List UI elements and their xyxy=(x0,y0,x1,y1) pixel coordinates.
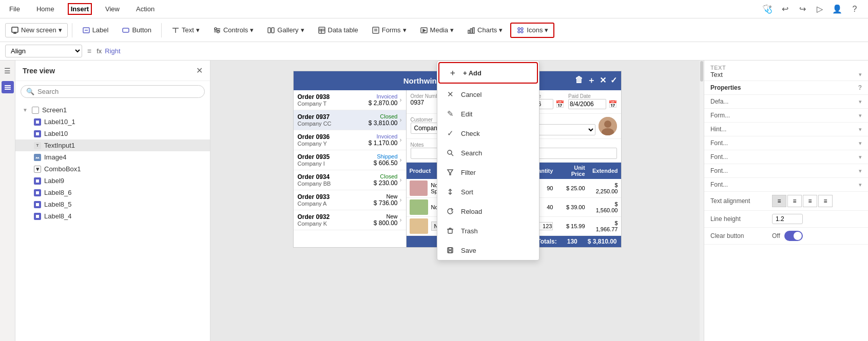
reload-icon-item[interactable]: Reload xyxy=(437,202,539,221)
order-item-0936[interactable]: Order 0936 Company Y Invoiced $ 1,170.00… xyxy=(294,130,406,150)
button-button[interactable]: Button xyxy=(116,23,157,37)
sidebar-layers-icon[interactable] xyxy=(2,81,14,93)
gallery-button[interactable]: Gallery ▾ xyxy=(261,23,310,37)
svg-point-36 xyxy=(604,121,611,128)
prop-font3-row: Font... ▾ xyxy=(704,164,868,178)
help-icon[interactable]: ? xyxy=(847,2,862,16)
label-icon-2 xyxy=(34,130,41,137)
menu-view[interactable]: View xyxy=(102,3,123,15)
tree-item-label10[interactable]: Label10 xyxy=(15,128,210,139)
new-screen-button[interactable]: New screen ▾ xyxy=(5,23,68,37)
align-left-button[interactable]: ≡ xyxy=(772,195,786,207)
align-right-button[interactable]: ≡ xyxy=(803,195,817,207)
tree-search-input[interactable] xyxy=(37,88,199,95)
text-alignment-label: Text alignment xyxy=(710,197,772,205)
menu-insert[interactable]: Insert xyxy=(68,3,92,15)
prop-font2-label: Font... xyxy=(710,153,772,161)
tree-item-image4[interactable]: Image4 xyxy=(15,151,210,163)
line-height-row: Line height xyxy=(704,211,868,228)
order-item-0933[interactable]: Order 0933 Company A New $ 736.00 › xyxy=(294,190,406,210)
add-icon-button[interactable]: ＋ + Add xyxy=(438,62,538,84)
cancel-icon-item[interactable]: ✕ Cancel xyxy=(437,85,539,104)
label-button[interactable]: Label xyxy=(76,23,114,37)
tree-items: ▼ Screen1 Label10_1 Label10 T TextInput1 xyxy=(15,102,210,341)
text-align-buttons: ≡ ≡ ≡ ≡ xyxy=(772,195,833,207)
order-item-0938[interactable]: Order 0938 Company T Invoiced $ 2,870.00… xyxy=(294,90,406,110)
total-ext: $ 3,810.00 xyxy=(588,238,617,245)
data-table-button[interactable]: Data table xyxy=(312,23,364,37)
formula-bar: Align = fx Right xyxy=(0,42,868,61)
svg-rect-25 xyxy=(471,29,472,33)
undo-icon[interactable]: ↩ xyxy=(778,2,792,16)
tree-close-button[interactable]: ✕ xyxy=(196,66,203,75)
icon-dropdown: ＋ + Add ✕ Cancel ✎ Edit ✓ Check Search xyxy=(437,61,539,260)
tree-item-combobox1[interactable]: ▾ ComboBox1 xyxy=(15,163,210,175)
edit-icon-item[interactable]: ✎ Edit xyxy=(437,104,539,124)
sort-icon-item[interactable]: Sort xyxy=(437,182,539,202)
search-icon-item[interactable]: Search xyxy=(437,143,539,163)
stethoscope-icon[interactable]: 🩺 xyxy=(760,2,775,16)
charts-button[interactable]: Charts ▾ xyxy=(461,23,508,37)
tree-item-screen1[interactable]: ▼ Screen1 xyxy=(15,104,210,116)
menu-bar: File Home Insert View Action 🩺 ↩ ↪ ▷ 👤 ? xyxy=(0,0,868,18)
icons-button[interactable]: Icons ▾ xyxy=(510,23,554,38)
tree-item-label8-6[interactable]: Label8_6 xyxy=(15,187,210,198)
tree-item-label8-4[interactable]: Label8_4 xyxy=(15,210,210,222)
trash-header-icon[interactable]: 🗑 xyxy=(575,75,583,86)
align-select[interactable]: Align xyxy=(5,45,82,57)
svg-rect-32 xyxy=(5,87,11,88)
tree-item-label8-5[interactable]: Label8_5 xyxy=(15,198,210,210)
order-item-0934[interactable]: Order 0934 Company BB Closed $ 230.00 › xyxy=(294,170,406,190)
toolbar-separator-2 xyxy=(161,23,162,37)
trash-icon-item[interactable]: Trash xyxy=(437,221,539,240)
svg-point-11 xyxy=(215,28,217,30)
clear-button-toggle[interactable] xyxy=(784,231,803,241)
combo-icon: ▾ xyxy=(34,166,41,173)
svg-line-39 xyxy=(451,154,453,156)
filter-icon-item[interactable]: Filter xyxy=(437,163,539,182)
tree-item-textinput1[interactable]: T TextInput1 xyxy=(15,139,210,151)
align-justify-button[interactable]: ≡ xyxy=(818,195,833,207)
close-header-icon[interactable]: ✕ xyxy=(600,75,606,86)
play-icon[interactable]: ▷ xyxy=(813,2,827,16)
order-item-0935[interactable]: Order 0935 Company I Shipped $ 606.50 › xyxy=(294,150,406,170)
line-height-input[interactable] xyxy=(772,214,803,224)
controls-button[interactable]: Controls ▾ xyxy=(207,23,259,37)
svg-point-30 xyxy=(521,31,523,33)
menu-home[interactable]: Home xyxy=(33,3,57,15)
text-expand-icon: ▾ xyxy=(859,71,862,78)
align-center-button[interactable]: ≡ xyxy=(787,195,802,207)
save-icon-item[interactable]: Save xyxy=(437,240,539,260)
text-button[interactable]: Text ▾ xyxy=(166,23,205,37)
clear-button-row: Clear button Off xyxy=(704,228,868,245)
svg-point-38 xyxy=(448,150,452,154)
equals-button[interactable]: = xyxy=(85,47,93,55)
order-item-0937[interactable]: Order 0937 Company CC Closed $ 3,810.00 … xyxy=(294,110,406,130)
tree-item-label10-1[interactable]: Label10_1 xyxy=(15,116,210,128)
edit-icon: ✎ xyxy=(446,109,455,118)
check-header-icon[interactable]: ✓ xyxy=(610,75,617,86)
forms-button[interactable]: Forms ▾ xyxy=(366,23,412,37)
tree-item-label9[interactable]: Label9 xyxy=(15,175,210,187)
search-icon: 🔍 xyxy=(26,88,34,95)
order-item-0932[interactable]: Order 0932 Company K New $ 800.00 › xyxy=(294,210,406,230)
cancel-icon: ✕ xyxy=(446,90,455,99)
svg-point-27 xyxy=(518,28,520,30)
user-icon[interactable]: 👤 xyxy=(830,2,844,16)
calendar-icon-1[interactable]: 📅 xyxy=(555,100,564,108)
properties-header[interactable]: Properties ? xyxy=(704,81,868,95)
menu-action[interactable]: Action xyxy=(133,3,158,15)
menu-file[interactable]: File xyxy=(6,3,23,15)
check-icon-item[interactable]: ✓ Check xyxy=(437,124,539,143)
menu-right-icons: 🩺 ↩ ↪ ▷ 👤 ? xyxy=(760,2,862,16)
sidebar-hamburger-icon[interactable]: ☰ xyxy=(2,65,14,77)
add-header-icon[interactable]: ＋ xyxy=(587,75,595,86)
svg-marker-40 xyxy=(448,170,453,175)
calendar-icon-2[interactable]: 📅 xyxy=(608,100,617,108)
tree-search-container: 🔍 xyxy=(21,85,205,98)
paid-date-input[interactable] xyxy=(568,99,606,109)
plus-icon: ＋ xyxy=(448,68,457,77)
redo-icon[interactable]: ↪ xyxy=(795,2,809,16)
media-button[interactable]: Media ▾ xyxy=(414,23,459,37)
prop-font3-expand: ▾ xyxy=(859,168,862,174)
